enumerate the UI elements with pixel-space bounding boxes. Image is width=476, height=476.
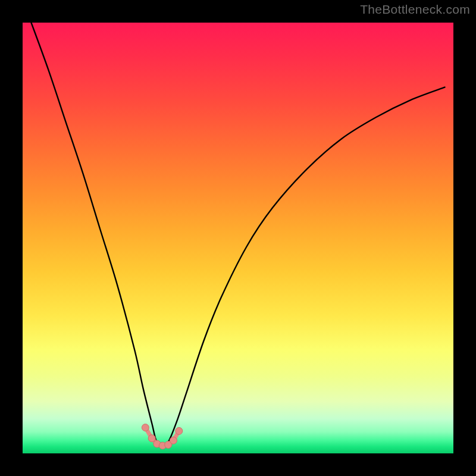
chart-svg xyxy=(23,23,453,453)
chart-plot-area xyxy=(23,23,453,453)
trough-marker-dot xyxy=(148,435,155,442)
chart-frame: TheBottleneck.com xyxy=(0,0,476,476)
trough-marker-dot xyxy=(176,427,183,434)
trough-marker-dot xyxy=(142,424,149,431)
bottleneck-curve xyxy=(31,23,444,445)
watermark-text: TheBottleneck.com xyxy=(360,2,470,17)
trough-marker-dot xyxy=(170,437,177,444)
